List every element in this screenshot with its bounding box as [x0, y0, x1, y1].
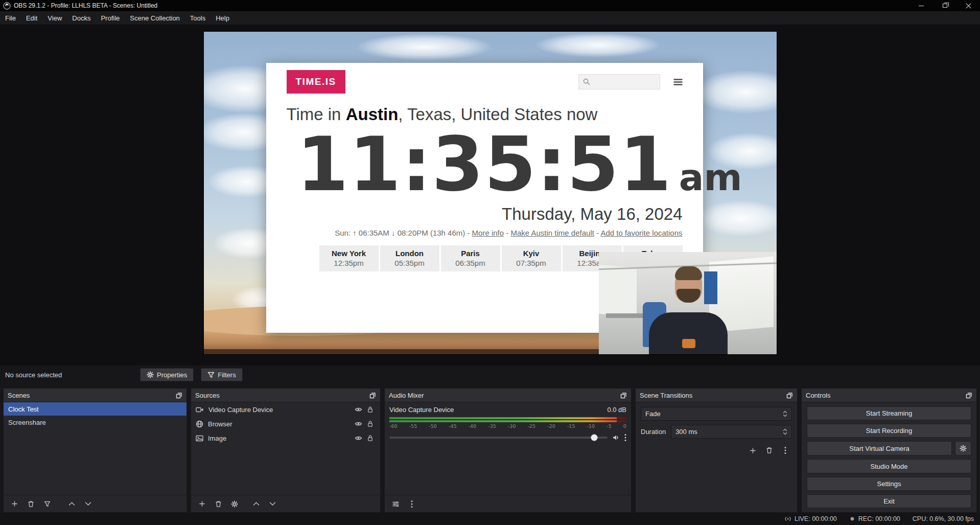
menu-view[interactable]: View: [42, 11, 67, 25]
close-icon: [966, 3, 971, 9]
popout-icon[interactable]: [620, 392, 627, 399]
controls-body: Start Streaming Start Recording Start Vi…: [802, 402, 976, 512]
preview-canvas[interactable]: TIME.IS Time in Austin, Texas, United St…: [204, 32, 777, 354]
world-clock-paris[interactable]: Paris06:35pm: [441, 245, 500, 271]
popout-icon[interactable]: [176, 392, 182, 399]
virtual-camera-settings-button[interactable]: [955, 441, 971, 455]
minimize-button[interactable]: [909, 0, 933, 11]
source-move-down-button[interactable]: [266, 498, 279, 510]
scene-item-screenshare[interactable]: Screenshare: [4, 416, 186, 429]
mixer-menu-button[interactable]: [405, 498, 418, 510]
source-item-browser[interactable]: Browser: [191, 417, 380, 431]
more-info-link[interactable]: More info: [472, 229, 504, 237]
lock-icon[interactable]: [367, 406, 374, 413]
sources-toolbar: [191, 495, 380, 512]
scenes-list: Clock Test Screenshare: [4, 402, 186, 495]
popout-icon[interactable]: [369, 392, 376, 399]
menu-edit[interactable]: Edit: [21, 11, 42, 25]
start-virtual-camera-button[interactable]: Start Virtual Camera: [807, 441, 952, 455]
transition-menu-button[interactable]: [779, 444, 792, 456]
filters-button[interactable]: Filters: [201, 368, 242, 381]
source-item-video-capture[interactable]: Video Capture Device: [191, 402, 380, 417]
add-scene-button[interactable]: [8, 498, 21, 510]
person-hair: [675, 266, 702, 280]
volume-meter: -60-55-50-45-40-35-30-25-20-15-10-50: [389, 417, 626, 429]
obs-window: OBS 29.1.2 - Profile: LLHLS BETA - Scene…: [0, 0, 980, 525]
hamburger-menu-icon[interactable]: [673, 78, 683, 86]
mixer-level-db: 0.0 dB: [607, 406, 626, 414]
camera-icon: [196, 406, 204, 413]
remove-transition-button[interactable]: [762, 444, 776, 456]
controls-panel: Controls Start Streaming Start Recording…: [801, 388, 977, 513]
add-source-button[interactable]: [195, 498, 208, 510]
source-item-image[interactable]: Image: [191, 431, 380, 445]
lock-icon[interactable]: [367, 420, 374, 427]
person-shirt: [682, 339, 695, 348]
search-icon: [583, 78, 590, 85]
person-beard: [676, 289, 701, 303]
volume-slider[interactable]: [389, 437, 608, 439]
menu-file[interactable]: File: [0, 11, 21, 25]
menu-profile[interactable]: Profile: [96, 11, 125, 25]
scenes-toolbar: [4, 495, 186, 512]
settings-button[interactable]: Settings: [807, 477, 971, 491]
transition-select[interactable]: Fade: [641, 407, 792, 421]
controls-title: Controls: [806, 392, 830, 399]
exit-button[interactable]: Exit: [807, 494, 971, 508]
trash-icon: [215, 500, 222, 508]
sun-times: Sun: ↑ 06:35AM ↓ 08:20PM (13h 46m) -: [335, 229, 472, 237]
scene-item-clock-test[interactable]: Clock Test: [4, 402, 186, 416]
scene-filters-button[interactable]: [40, 498, 54, 510]
rec-status: REC: 00:00:00: [849, 515, 900, 522]
start-recording-button[interactable]: Start Recording: [807, 424, 971, 438]
cloud-shape: [357, 34, 491, 60]
speaker-icon[interactable]: [612, 434, 620, 441]
properties-button[interactable]: Properties: [140, 368, 194, 381]
popout-icon[interactable]: [786, 392, 793, 399]
restore-button[interactable]: [933, 0, 956, 11]
world-clock-newyork[interactable]: New York12:35pm: [319, 245, 379, 271]
scene-move-up-button[interactable]: [65, 498, 78, 510]
source-properties-button[interactable]: [228, 498, 241, 510]
channel-menu-button[interactable]: [624, 433, 626, 442]
remove-source-button[interactable]: [212, 498, 225, 510]
spinbox-arrows-icon[interactable]: [783, 428, 787, 436]
advanced-audio-button[interactable]: [389, 498, 402, 510]
world-clock-kyiv[interactable]: Kyiv07:35pm: [502, 245, 561, 271]
close-button[interactable]: [956, 0, 980, 11]
chevron-down-icon: [269, 501, 276, 506]
visibility-eye-icon[interactable]: [355, 435, 362, 441]
chevron-up-icon: [68, 501, 75, 506]
timeis-logo[interactable]: TIME.IS: [287, 70, 345, 94]
add-favorite-link[interactable]: Add to favorite locations: [600, 229, 682, 237]
menu-help[interactable]: Help: [211, 11, 235, 25]
duration-spinbox[interactable]: 300 ms: [671, 425, 792, 439]
visibility-eye-icon[interactable]: [355, 421, 362, 427]
popout-icon[interactable]: [966, 392, 972, 399]
clock-digits: 11:35:51: [297, 125, 672, 203]
source-move-up-button[interactable]: [249, 498, 263, 510]
menu-docks[interactable]: Docks: [67, 11, 96, 25]
remove-scene-button[interactable]: [24, 498, 37, 510]
start-streaming-button[interactable]: Start Streaming: [807, 406, 971, 420]
chevron-down-icon: [85, 501, 91, 506]
world-clock-london[interactable]: London05:35pm: [380, 245, 439, 271]
audio-mixer-panel: Audio Mixer Video Capture Device 0.0 dB …: [384, 388, 632, 513]
make-default-link[interactable]: Make Austin time default: [510, 229, 594, 237]
scene-move-down-button[interactable]: [81, 498, 95, 510]
menu-tools[interactable]: Tools: [185, 11, 211, 25]
sources-panel-title: Sources: [195, 392, 220, 399]
statusbar: LIVE: 00:00:00 REC: 00:00:00 CPU: 0.6%, …: [0, 513, 980, 525]
visibility-eye-icon[interactable]: [355, 406, 362, 413]
preview-area: TIME.IS Time in Austin, Texas, United St…: [0, 25, 980, 366]
image-icon: [196, 435, 203, 442]
studio-mode-button[interactable]: Studio Mode: [807, 459, 971, 473]
webcam-source: [599, 252, 777, 354]
mixer-channel: Video Capture Device 0.0 dB -60-55-50-45…: [385, 402, 631, 495]
slider-handle[interactable]: [591, 435, 598, 441]
add-transition-button[interactable]: [746, 444, 759, 456]
lock-icon[interactable]: [367, 435, 374, 442]
search-input[interactable]: [578, 74, 660, 89]
menu-scene-collection[interactable]: Scene Collection: [125, 11, 185, 25]
audio-mixer-toolbar: [385, 495, 631, 512]
